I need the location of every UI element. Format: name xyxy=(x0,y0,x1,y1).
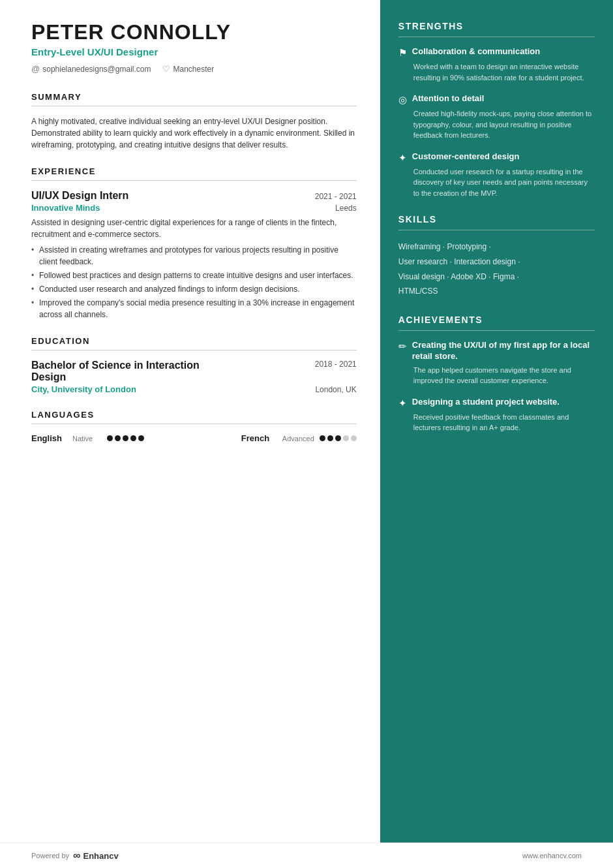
strengths-section: STRENGTHS ⚑ Collaboration & communicatio… xyxy=(398,21,595,198)
languages-section: LANGUAGES English Native French xyxy=(31,410,357,443)
contact-info: @ sophielanedesigns@gmail.com ♡ Manchest… xyxy=(31,64,357,74)
header-section: PETER CONNOLLY Entry-Level UX/UI Designe… xyxy=(31,21,357,74)
skills-line-4: HTML/CSS xyxy=(398,287,438,296)
exp-bullet-3: Conducted user research and analyzed fin… xyxy=(31,283,357,295)
achievements-section: ACHIEVEMENTS ✏ Creating the UX/UI of my … xyxy=(398,315,595,433)
lang-french-name: French xyxy=(241,433,277,443)
strength-item-1: ⚑ Collaboration & communication Worked w… xyxy=(398,46,595,83)
education-title: EDUCATION xyxy=(31,336,357,346)
strength-2-header: ◎ Attention to detail xyxy=(398,93,595,106)
skills-line-1: Wireframing · Prototyping · xyxy=(398,242,491,251)
exp-company-row: Innovative Minds Leeds xyxy=(31,203,357,213)
lang-french-dots xyxy=(320,435,357,441)
attention-icon: ◎ xyxy=(398,94,407,106)
exp-bullet-4: Improved the company's social media pres… xyxy=(31,297,357,320)
edu-institution: City, University of London xyxy=(31,384,136,394)
edu-header-row: Bachelor of Science in Interaction Desig… xyxy=(31,360,357,383)
languages-title: LANGUAGES xyxy=(31,410,357,420)
skills-line-2: User research · Interaction design · xyxy=(398,257,520,266)
right-column: STRENGTHS ⚑ Collaboration & communicatio… xyxy=(380,0,613,843)
strength-3-desc: Conducted user research for a startup re… xyxy=(398,166,595,199)
exp-job-location: Leeds xyxy=(335,204,357,213)
strengths-title: STRENGTHS xyxy=(398,21,595,31)
eng-dot-4 xyxy=(130,435,136,441)
summary-section: SUMMARY A highly motivated, creative ind… xyxy=(31,92,357,151)
footer: Powered by ∞ Enhancv www.enhancv.com xyxy=(0,843,613,868)
education-divider xyxy=(31,350,357,350)
fr-dot-1 xyxy=(320,435,325,441)
strength-2-title: Attention to detail xyxy=(412,93,485,104)
strength-item-3: ✦ Customer-centered design Conducted use… xyxy=(398,151,595,199)
location-icon: ♡ xyxy=(162,64,170,74)
strength-3-header: ✦ Customer-centered design xyxy=(398,151,595,164)
strength-1-title: Collaboration & communication xyxy=(412,46,540,57)
strength-item-2: ◎ Attention to detail Created high-fidel… xyxy=(398,93,595,141)
summary-title: SUMMARY xyxy=(31,92,357,102)
achievement-1-icon: ✏ xyxy=(398,341,407,352)
brand-name: Enhancv xyxy=(83,851,119,861)
left-column: PETER CONNOLLY Entry-Level UX/UI Designe… xyxy=(0,0,380,843)
achievement-2-desc: Received positive feedback from classmat… xyxy=(398,412,595,433)
powered-by-label: Powered by xyxy=(31,852,69,860)
eng-dot-5 xyxy=(138,435,144,441)
strength-1-desc: Worked with a team to design an interact… xyxy=(398,61,595,83)
skills-divider xyxy=(398,230,595,230)
achievement-2-title: Designing a student project website. xyxy=(412,397,560,408)
exp-company-name: Innovative Minds xyxy=(31,203,100,213)
customer-icon: ✦ xyxy=(398,152,407,164)
fr-dot-3 xyxy=(335,435,341,441)
lang-english-dots xyxy=(107,435,144,441)
achievement-1-desc: The app helped customers navigate the st… xyxy=(398,365,595,386)
summary-divider xyxy=(31,106,357,106)
lang-english-level: Native xyxy=(72,435,102,442)
location-contact: ♡ Manchester xyxy=(162,64,214,74)
experience-section: EXPERIENCE UI/UX Design Intern 2021 - 20… xyxy=(31,166,357,320)
exp-job-dates: 2021 - 2021 xyxy=(315,192,357,201)
footer-left: Powered by ∞ Enhancv xyxy=(31,850,119,861)
exp-bullet-1: Assisted in creating wireframes and prot… xyxy=(31,244,357,268)
achievement-1-header: ✏ Creating the UX/UI of my first app for… xyxy=(398,340,595,362)
achievement-1-title: Creating the UX/UI of my first app for a… xyxy=(412,340,595,362)
eng-dot-2 xyxy=(115,435,121,441)
strength-2-desc: Created high-fidelity mock-ups, paying c… xyxy=(398,108,595,141)
edu-institution-row: City, University of London London, UK xyxy=(31,384,357,394)
email-value: sophielanedesigns@gmail.com xyxy=(42,65,151,74)
fr-dot-2 xyxy=(327,435,333,441)
languages-divider xyxy=(31,424,357,424)
exp-description: Assisted in designing user-centric digit… xyxy=(31,217,357,240)
strengths-divider xyxy=(398,37,595,37)
enhancv-logo: ∞ Enhancv xyxy=(73,850,119,861)
exp-job-title: UI/UX Design Intern xyxy=(31,190,128,202)
email-icon: @ xyxy=(31,64,40,74)
achievement-2-icon: ✦ xyxy=(398,397,407,409)
experience-title: EXPERIENCE xyxy=(31,166,357,176)
location-value: Manchester xyxy=(173,65,214,74)
education-section: EDUCATION Bachelor of Science in Interac… xyxy=(31,336,357,394)
exp-job-header: UI/UX Design Intern 2021 - 2021 xyxy=(31,190,357,202)
exp-bullets-list: Assisted in creating wireframes and prot… xyxy=(31,244,357,320)
candidate-name: PETER CONNOLLY xyxy=(31,21,357,44)
edu-degree: Bachelor of Science in Interaction Desig… xyxy=(31,360,210,383)
achievements-divider xyxy=(398,330,595,331)
edu-location: London, UK xyxy=(315,385,356,394)
skills-text: Wireframing · Prototyping · User researc… xyxy=(398,240,595,299)
logo-icon: ∞ xyxy=(73,850,80,861)
candidate-title: Entry-Level UX/UI Designer xyxy=(31,46,357,57)
edu-dates: 2018 - 2021 xyxy=(315,360,357,369)
achievement-2-header: ✦ Designing a student project website. xyxy=(398,397,595,409)
fr-dot-5 xyxy=(351,435,357,441)
experience-divider xyxy=(31,180,357,181)
achievement-item-1: ✏ Creating the UX/UI of my first app for… xyxy=(398,340,595,386)
achievement-item-2: ✦ Designing a student project website. R… xyxy=(398,397,595,433)
skills-title: SKILLS xyxy=(398,214,595,225)
collaboration-icon: ⚑ xyxy=(398,47,407,59)
fr-dot-4 xyxy=(343,435,349,441)
email-contact: @ sophielanedesigns@gmail.com xyxy=(31,64,151,74)
summary-text: A highly motivated, creative individual … xyxy=(31,116,357,151)
skills-section: SKILLS Wireframing · Prototyping · User … xyxy=(398,214,595,299)
strength-3-title: Customer-centered design xyxy=(412,151,520,163)
eng-dot-1 xyxy=(107,435,113,441)
strength-1-header: ⚑ Collaboration & communication xyxy=(398,46,595,59)
exp-bullet-2: Followed best practices and design patte… xyxy=(31,270,357,281)
skills-line-3: Visual design · Adobe XD · Figma · xyxy=(398,272,519,281)
